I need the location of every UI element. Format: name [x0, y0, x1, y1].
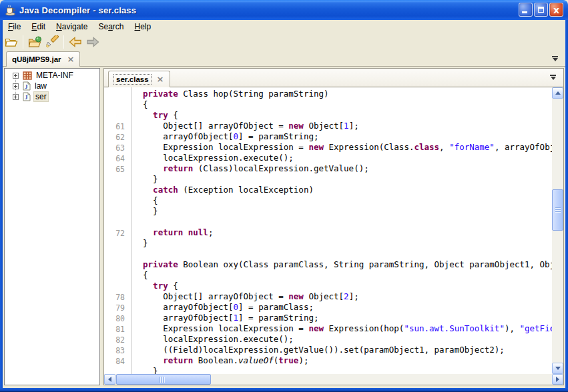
- window-border-left: [0, 20, 3, 388]
- line-number: 84: [104, 355, 125, 366]
- code-line: {: [104, 270, 552, 281]
- expand-icon[interactable]: [13, 83, 19, 89]
- code-line: 81 Expression localExpression = new Expr…: [104, 323, 552, 334]
- scroll-right-icon[interactable]: [552, 374, 563, 385]
- line-number: [104, 185, 125, 195]
- tab-list-dropdown-icon[interactable]: [551, 56, 559, 61]
- code-line: {: [104, 195, 552, 206]
- tree-item-law[interactable]: J law: [5, 81, 48, 91]
- code-line: 65 return (Class)localExpression.getValu…: [104, 163, 552, 174]
- code-viewport[interactable]: private Class hop(String paramString) { …: [104, 87, 552, 374]
- search-icon: [45, 35, 59, 48]
- forward-button[interactable]: [84, 34, 101, 50]
- close-icon[interactable]: x: [549, 3, 563, 17]
- menu-search[interactable]: Search: [93, 21, 129, 32]
- horizontal-scrollbar[interactable]: [104, 374, 563, 385]
- expand-icon[interactable]: [13, 73, 19, 79]
- close-tab-icon[interactable]: ×: [157, 76, 164, 83]
- scroll-left-icon[interactable]: [104, 374, 115, 385]
- line-number: 83: [104, 345, 125, 355]
- line-number: [104, 206, 125, 217]
- tab-list-dropdown-icon[interactable]: [549, 75, 557, 80]
- horizontal-scrollbar-thumb[interactable]: [116, 374, 211, 385]
- code-line: 63 Expression localExpression = new Expr…: [104, 142, 552, 153]
- code-line: 78 Object[] arrayOfObject = new Object[2…: [104, 291, 552, 302]
- line-number: [104, 110, 125, 121]
- line-number: 61: [104, 121, 125, 131]
- code-line: }: [104, 238, 552, 249]
- line-number: 79: [104, 302, 125, 313]
- code-line: {: [104, 99, 552, 110]
- tab-jar[interactable]: qU8jMPS9.jar ×: [6, 51, 80, 67]
- code-line: catch (Exception localException): [104, 185, 552, 195]
- line-number: [104, 217, 125, 227]
- line-number: [104, 238, 125, 249]
- titlebar[interactable]: Java Decompiler - ser.class x: [0, 0, 568, 20]
- svg-text:J: J: [25, 83, 28, 90]
- open-file-icon: [5, 36, 18, 47]
- line-number: 78: [104, 291, 125, 302]
- app-window: Java Decompiler - ser.class x File Edit …: [0, 0, 568, 392]
- menu-help[interactable]: Help: [129, 21, 156, 32]
- code-line: [104, 249, 552, 259]
- code-line: 61 Object[] arrayOfObject = new Object[1…: [104, 121, 552, 131]
- jar-tab-label: qU8jMPS9.jar: [12, 55, 61, 63]
- jar-tabbar: qU8jMPS9.jar ×: [3, 51, 565, 67]
- scroll-down-icon[interactable]: [552, 363, 563, 374]
- java-class-icon: J: [23, 92, 31, 101]
- menu-file[interactable]: File: [3, 21, 26, 32]
- editor-tabbar: ser.class ×: [104, 69, 563, 87]
- vertical-scrollbar-thumb[interactable]: [552, 189, 563, 231]
- code-line: [104, 217, 552, 227]
- tree-item-label: ser: [33, 91, 49, 102]
- code-line: }: [104, 366, 552, 374]
- back-button[interactable]: [67, 34, 84, 50]
- code-line: 80 arrayOfObject[1] = paramString;: [104, 313, 552, 323]
- package-tree[interactable]: META-INF J law J ser: [4, 68, 100, 385]
- toolbar: [3, 33, 565, 51]
- code-line: 84 return Boolean.valueOf(true);: [104, 355, 552, 366]
- search-button[interactable]: [43, 34, 61, 50]
- minimize-icon[interactable]: [519, 3, 533, 17]
- tree-item-label: META-INF: [35, 71, 75, 80]
- maximize-icon[interactable]: [534, 3, 548, 17]
- code-line: 62 arrayOfObject[0] = paramString;: [104, 131, 552, 142]
- code-line: 82 localExpression.execute();: [104, 334, 552, 345]
- tree-item-ser[interactable]: J ser: [5, 91, 49, 102]
- line-number: 63: [104, 142, 125, 153]
- code-line: 79 arrayOfObject[0] = paramClass;: [104, 302, 552, 313]
- vertical-scrollbar[interactable]: [552, 87, 563, 374]
- line-number: [104, 99, 125, 110]
- coffee-cup-icon: [5, 5, 16, 16]
- open-file-button[interactable]: [3, 34, 20, 50]
- tree-item-meta-inf[interactable]: META-INF: [5, 70, 75, 81]
- scroll-up-icon[interactable]: [552, 87, 563, 99]
- line-number: [104, 259, 125, 270]
- forward-icon: [86, 37, 99, 47]
- open-type-button[interactable]: [26, 34, 43, 50]
- code-lines: private Class hop(String paramString) { …: [104, 89, 552, 374]
- tab-ser-class[interactable]: ser.class ×: [108, 71, 170, 87]
- code-line: 72 return null;: [104, 227, 552, 238]
- code-line: 83 ((Field)localExpression.getValue()).s…: [104, 345, 552, 355]
- line-number: [104, 174, 125, 185]
- window-border-bottom: [0, 388, 568, 392]
- menu-edit[interactable]: Edit: [26, 21, 51, 32]
- line-number: [104, 249, 125, 259]
- line-number: 80: [104, 313, 125, 323]
- menubar: File Edit Navigate Search Help: [3, 20, 565, 33]
- line-number: [104, 366, 125, 374]
- package-icon: [23, 71, 32, 80]
- back-icon: [69, 37, 82, 47]
- toolbar-separator: [63, 35, 64, 49]
- expand-icon[interactable]: [13, 94, 19, 100]
- close-tab-icon[interactable]: ×: [67, 56, 75, 63]
- window-title: Java Decompiler - ser.class: [19, 5, 136, 15]
- code-line: }: [104, 206, 552, 217]
- open-type-icon: [28, 36, 42, 48]
- line-number: [104, 89, 125, 99]
- menu-navigate[interactable]: Navigate: [51, 21, 93, 32]
- svg-text:J: J: [25, 94, 28, 101]
- editor-tab-label: ser.class: [114, 75, 151, 84]
- code-line: private Boolean oxy(Class paramClass, St…: [104, 259, 552, 270]
